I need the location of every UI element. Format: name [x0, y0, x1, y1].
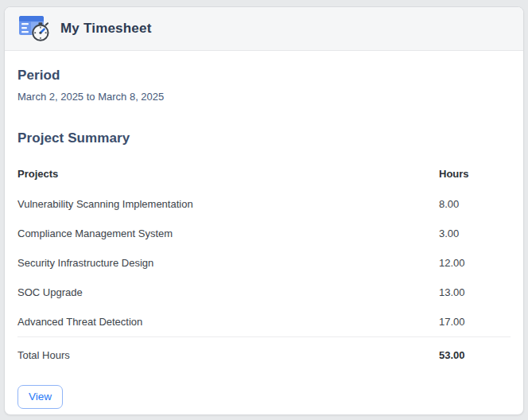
total-hours-value: 53.00: [439, 349, 511, 361]
project-hours: 17.00: [439, 316, 511, 328]
project-summary-table: Projects Hours Vulnerability Scanning Im…: [17, 158, 511, 373]
project-hours: 8.00: [439, 198, 511, 210]
project-name: Compliance Management System: [17, 228, 439, 239]
table-row: Vulnerability Scanning Implementation 8.…: [17, 189, 511, 219]
total-row: Total Hours 53.00: [17, 336, 511, 373]
card-header: My Timesheet: [5, 7, 523, 51]
project-name: Vulnerability Scanning Implementation: [17, 198, 439, 210]
card-body: Period March 2, 2025 to March 8, 2025 Pr…: [5, 51, 523, 409]
project-name: SOC Upgrade: [17, 286, 439, 298]
column-header-hours: Hours: [439, 168, 511, 180]
project-hours: 12.00: [439, 257, 511, 269]
period-value: March 2, 2025 to March 8, 2025: [17, 91, 511, 103]
project-summary-heading: Project Summary: [17, 103, 511, 146]
total-hours-label: Total Hours: [17, 349, 439, 361]
project-name: Security Infrastructure Design: [17, 257, 439, 269]
table-row: Security Infrastructure Design 12.00: [17, 248, 511, 278]
project-name: Advanced Threat Detection: [17, 316, 439, 328]
timesheet-card: My Timesheet Period March 2, 2025 to Mar…: [4, 6, 524, 415]
card-title: My Timesheet: [60, 21, 152, 37]
project-hours: 3.00: [439, 228, 511, 239]
view-button[interactable]: View: [17, 385, 63, 409]
table-row: SOC Upgrade 13.00: [17, 278, 511, 307]
column-header-projects: Projects: [17, 168, 439, 180]
table-header-row: Projects Hours: [17, 158, 511, 189]
page-background: My Timesheet Period March 2, 2025 to Mar…: [0, 0, 528, 420]
table-row: Advanced Threat Detection 17.00: [17, 307, 511, 336]
project-hours: 13.00: [439, 286, 511, 298]
table-row: Compliance Management System 3.00: [17, 219, 511, 248]
period-heading: Period: [17, 51, 511, 84]
timesheet-clock-icon: [17, 14, 52, 44]
